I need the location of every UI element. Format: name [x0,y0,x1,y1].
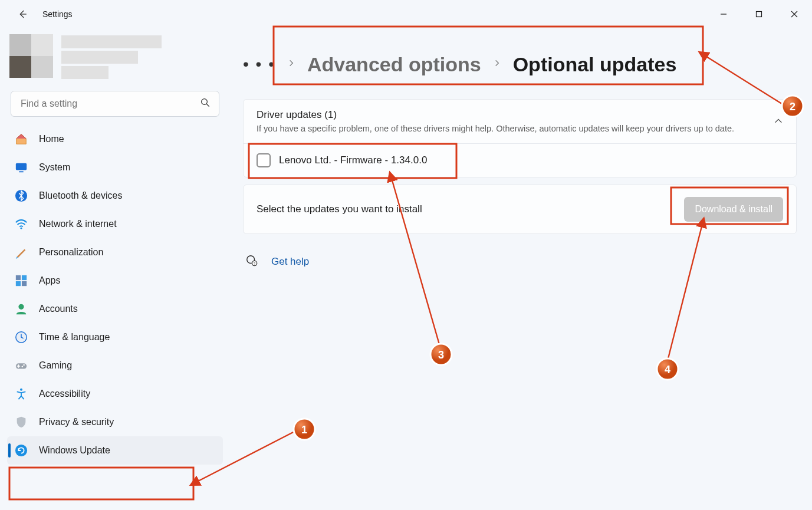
windows-update-icon [14,443,28,458]
user-name-placeholder [61,34,162,80]
sidebar-item-label: Home [39,134,64,144]
sidebar-item-label: Apps [39,275,60,286]
help-icon: ? [245,254,258,269]
sidebar-item-label: Bluetooth & devices [39,190,122,201]
user-block[interactable] [7,32,223,87]
driver-updates-title: Driver updates (1) [257,109,774,121]
svg-point-1 [202,99,208,105]
clock-icon [14,330,28,344]
svg-point-10 [18,304,24,310]
sidebar-item-accounts[interactable]: Accounts [7,295,223,323]
shield-icon [14,415,28,429]
minimize-button[interactable] [706,0,741,28]
sidebar-item-label: Privacy & security [39,417,114,427]
page-title: Optional updates [513,53,677,76]
sidebar: Home System Bluetooth & devices Network … [0,28,230,510]
system-icon [14,160,28,175]
sidebar-item-label: Personalization [39,247,103,258]
maximize-icon [755,11,762,18]
svg-point-14 [22,366,24,368]
accessibility-icon [14,387,28,401]
avatar [9,34,53,78]
driver-update-item[interactable]: Lenovo Ltd. - Firmware - 1.34.0.0 [244,143,796,177]
sidebar-item-label: System [39,162,70,173]
sidebar-item-label: Accessibility [39,389,90,399]
close-icon [791,11,798,18]
download-install-button[interactable]: Download & install [684,197,783,222]
minimize-icon [720,11,727,18]
chevron-right-icon [493,59,501,70]
sidebar-item-apps[interactable]: Apps [7,266,223,295]
maximize-button[interactable] [741,0,777,28]
sidebar-item-windows-update[interactable]: Windows Update [7,436,223,465]
svg-rect-7 [22,275,27,280]
svg-point-5 [21,228,22,229]
sidebar-item-privacy[interactable]: Privacy & security [7,408,223,436]
svg-point-13 [23,364,25,366]
nav-list: Home System Bluetooth & devices Network … [7,125,223,465]
svg-point-16 [15,445,27,456]
close-button[interactable] [777,0,812,28]
driver-updates-card: Driver updates (1) If you have a specifi… [243,99,797,177]
driver-label: Lenovo Ltd. - Firmware - 1.34.0.0 [279,154,427,166]
search-box[interactable] [11,91,219,117]
breadcrumb: • • • Advanced options Optional updates [243,34,797,99]
sidebar-item-label: Windows Update [39,445,110,456]
back-button[interactable] [13,5,32,24]
home-icon [14,132,28,146]
app-title: Settings [42,9,73,19]
wifi-icon [14,217,28,231]
svg-text:?: ? [254,262,255,265]
search-icon [200,97,211,110]
driver-checkbox[interactable] [257,153,271,167]
sidebar-item-personalization[interactable]: Personalization [7,238,223,266]
sidebar-item-home[interactable]: Home [7,125,223,153]
arrow-left-icon [17,9,28,19]
svg-rect-0 [757,12,762,17]
chevron-up-icon [774,116,783,128]
sidebar-item-network[interactable]: Network & internet [7,210,223,238]
apps-icon [14,274,28,288]
svg-rect-9 [22,281,27,286]
driver-updates-header[interactable]: Driver updates (1) If you have a specifi… [244,100,796,143]
svg-rect-2 [16,163,27,170]
sidebar-item-label: Network & internet [39,219,117,229]
accounts-icon [14,302,28,316]
install-bar: Select the updates you want to install D… [243,185,797,234]
chevron-right-icon [287,59,295,70]
bluetooth-icon [14,189,28,203]
svg-rect-3 [19,171,23,172]
get-help-link[interactable]: Get help [271,256,309,268]
svg-point-15 [20,389,22,391]
title-bar: Settings [0,0,812,28]
sidebar-item-label: Time & language [39,332,110,343]
sidebar-item-accessibility[interactable]: Accessibility [7,380,223,408]
sidebar-item-time-language[interactable]: Time & language [7,323,223,351]
window-controls [706,0,812,28]
svg-rect-8 [16,281,21,286]
personalization-icon [14,245,28,259]
sidebar-item-bluetooth[interactable]: Bluetooth & devices [7,182,223,210]
sidebar-item-label: Accounts [39,304,78,314]
main-content: • • • Advanced options Optional updates … [230,28,812,510]
sidebar-item-system[interactable]: System [7,153,223,182]
sidebar-item-label: Gaming [39,360,72,371]
gaming-icon [14,358,28,373]
search-input[interactable] [19,98,200,110]
driver-updates-subtitle: If you have a specific problem, one of t… [257,123,740,135]
svg-rect-6 [16,275,21,280]
get-help-row: ? Get help [243,241,797,282]
breadcrumb-parent[interactable]: Advanced options [307,53,481,76]
sidebar-item-gaming[interactable]: Gaming [7,351,223,380]
install-message: Select the updates you want to install [257,203,684,215]
